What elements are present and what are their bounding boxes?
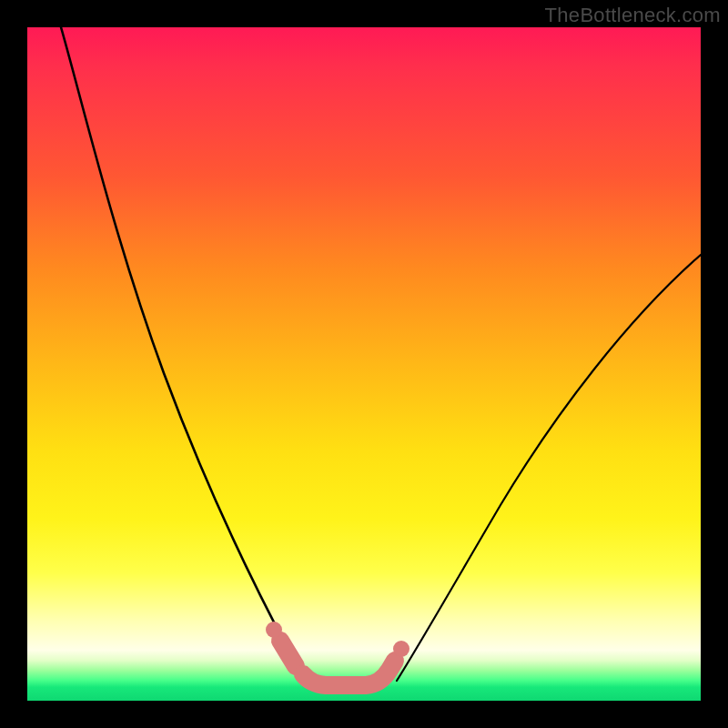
watermark-text: TheBottleneck.com xyxy=(545,4,721,27)
valley-marker-main xyxy=(303,661,395,685)
chart-frame: TheBottleneck.com xyxy=(0,0,728,728)
valley-dot-right xyxy=(393,641,410,657)
left-curve xyxy=(61,27,306,682)
chart-svg xyxy=(27,27,701,701)
plot-area xyxy=(27,27,701,701)
right-curve xyxy=(397,255,701,681)
valley-dot-left xyxy=(266,622,282,638)
valley-marker-left xyxy=(280,641,296,666)
